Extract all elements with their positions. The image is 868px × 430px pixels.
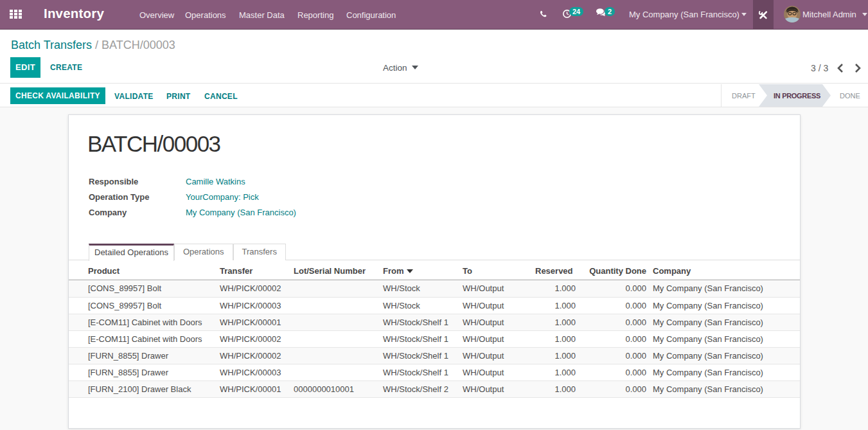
svg-text:IN PROGRESS: IN PROGRESS <box>774 92 820 100</box>
svg-text:DONE: DONE <box>840 92 860 100</box>
svg-text:DRAFT: DRAFT <box>732 92 756 100</box>
